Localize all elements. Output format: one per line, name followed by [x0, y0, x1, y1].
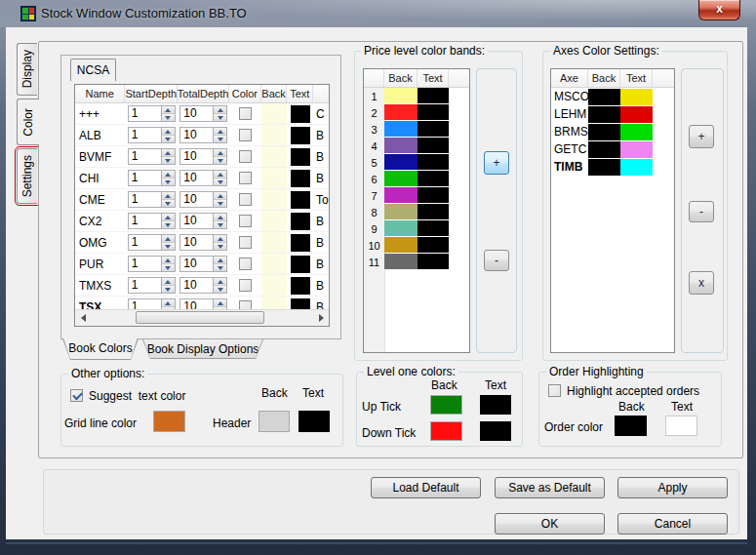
tab-book-colors[interactable]: Book Colors — [62, 338, 139, 360]
col-header-startdepth[interactable]: StartDepth — [125, 85, 178, 102]
book-table-row[interactable]: PUR110B — [75, 254, 329, 275]
start-depth-spinner[interactable]: 1 — [128, 213, 176, 229]
axes-row[interactable]: BRMS — [551, 123, 674, 140]
tab-color[interactable]: Color — [17, 99, 39, 145]
scrollbar-thumb[interactable] — [136, 311, 264, 324]
start-depth-spinner[interactable]: 1 — [128, 148, 176, 165]
spin-down-icon[interactable] — [214, 136, 226, 142]
spin-up-icon[interactable] — [162, 299, 175, 307]
band-back-swatch[interactable] — [384, 171, 418, 186]
ok-button[interactable]: OK — [495, 513, 605, 535]
price-band-row[interactable]: 3 — [364, 121, 469, 138]
spin-down-icon[interactable] — [162, 264, 175, 271]
spin-up-icon[interactable] — [214, 257, 226, 264]
titlebar[interactable]: Stock Window Customization BB.TO x — [0, 0, 756, 27]
band-back-swatch[interactable] — [384, 237, 418, 253]
book-table-row[interactable]: CHI110B — [75, 168, 329, 189]
total-depth-spinner[interactable]: 10 — [179, 213, 227, 229]
spin-down-icon[interactable] — [162, 178, 175, 185]
band-text-swatch[interactable] — [418, 88, 449, 103]
order-back-swatch[interactable] — [615, 416, 647, 436]
band-back-swatch[interactable] — [384, 121, 418, 137]
header-text-swatch[interactable] — [298, 411, 330, 432]
price-band-row[interactable]: 7 — [364, 187, 469, 204]
spin-down-icon[interactable] — [162, 243, 175, 250]
book-table-row[interactable]: +++110C — [75, 103, 329, 125]
spin-up-icon[interactable] — [162, 192, 175, 200]
price-band-row[interactable]: 2 — [364, 104, 469, 121]
spin-up-icon[interactable] — [214, 171, 226, 178]
spin-up-icon[interactable] — [214, 192, 226, 200]
spin-up-icon[interactable] — [162, 149, 175, 157]
band-text-swatch[interactable] — [418, 204, 449, 219]
start-depth-spinner[interactable]: 1 — [128, 170, 176, 186]
start-depth-spinner[interactable]: 1 — [128, 256, 176, 272]
axe-text-swatch[interactable] — [620, 124, 653, 140]
spin-up-icon[interactable] — [214, 299, 226, 307]
band-back-swatch[interactable] — [384, 138, 418, 153]
spin-up-icon[interactable] — [162, 171, 175, 178]
down-tick-text-swatch[interactable] — [480, 421, 511, 441]
band-back-swatch[interactable] — [384, 187, 418, 203]
spin-down-icon[interactable] — [162, 200, 175, 207]
book-table-row[interactable]: TMXS110B — [75, 275, 329, 297]
text-color-swatch[interactable] — [291, 256, 310, 273]
band-text-swatch[interactable] — [418, 254, 449, 269]
price-band-row[interactable]: 11 — [364, 254, 469, 270]
axes-row[interactable]: LEHM — [551, 105, 674, 123]
band-back-swatch[interactable] — [384, 254, 418, 269]
band-back-swatch[interactable] — [384, 88, 418, 103]
axe-text-swatch[interactable] — [620, 141, 653, 158]
price-band-row[interactable]: 9 — [364, 220, 469, 237]
axe-back-swatch[interactable] — [588, 106, 620, 123]
color-checkbox[interactable] — [239, 258, 252, 270]
start-depth-spinner[interactable]: 1 — [128, 234, 176, 251]
highlight-accepted-orders-checkbox[interactable] — [548, 384, 561, 397]
start-depth-spinner[interactable]: 1 — [128, 127, 176, 143]
spin-down-icon[interactable] — [162, 114, 175, 121]
col-header-color[interactable]: Color — [229, 85, 261, 102]
band-back-swatch[interactable] — [384, 220, 418, 236]
spin-down-icon[interactable] — [214, 178, 226, 185]
spin-up-icon[interactable] — [162, 257, 175, 264]
axes-row[interactable]: GETC — [551, 140, 674, 158]
spin-down-icon[interactable] — [214, 114, 226, 121]
price-band-row[interactable]: 5 — [364, 154, 469, 171]
spin-down-icon[interactable] — [162, 221, 175, 228]
total-depth-spinner[interactable]: 10 — [179, 256, 227, 272]
band-remove-button[interactable]: - — [484, 250, 509, 271]
spin-up-icon[interactable] — [214, 278, 226, 286]
axe-text-swatch[interactable] — [620, 106, 653, 123]
back-color-swatch[interactable] — [261, 211, 288, 231]
axe-back-swatch[interactable] — [588, 89, 620, 105]
start-depth-spinner[interactable]: 1 — [128, 105, 176, 122]
axes-delete-button[interactable]: x — [689, 271, 714, 295]
color-checkbox[interactable] — [239, 236, 252, 249]
band-back-swatch[interactable] — [384, 104, 418, 120]
band-text-swatch[interactable] — [418, 171, 449, 186]
spin-up-icon[interactable] — [214, 106, 226, 114]
price-band-row[interactable]: 1 — [364, 88, 469, 104]
start-depth-spinner[interactable]: 1 — [128, 277, 176, 294]
save-as-default-button[interactable]: Save as Default — [495, 477, 605, 498]
band-text-swatch[interactable] — [418, 104, 449, 120]
axes-add-button[interactable]: + — [689, 125, 714, 148]
book-table-row[interactable]: CX2110B — [75, 211, 329, 232]
price-band-row[interactable]: 8 — [364, 204, 469, 220]
price-band-row[interactable]: 6 — [364, 171, 469, 187]
axes-row[interactable]: MSCO — [551, 88, 674, 105]
suggest-text-color-checkbox[interactable] — [70, 389, 83, 402]
text-color-swatch[interactable] — [291, 170, 310, 187]
col-header-name[interactable]: Name — [75, 85, 125, 102]
back-color-swatch[interactable] — [261, 146, 288, 167]
col-header-text[interactable]: Text — [287, 85, 313, 102]
back-color-swatch[interactable] — [261, 189, 288, 210]
total-depth-spinner[interactable]: 10 — [179, 234, 227, 251]
color-checkbox[interactable] — [239, 215, 252, 227]
axes-remove-button[interactable]: - — [689, 201, 714, 222]
spin-up-icon[interactable] — [162, 278, 175, 286]
total-depth-spinner[interactable]: 10 — [179, 191, 227, 208]
band-text-swatch[interactable] — [418, 220, 449, 236]
color-checkbox[interactable] — [239, 172, 252, 184]
band-back-swatch[interactable] — [384, 154, 418, 170]
